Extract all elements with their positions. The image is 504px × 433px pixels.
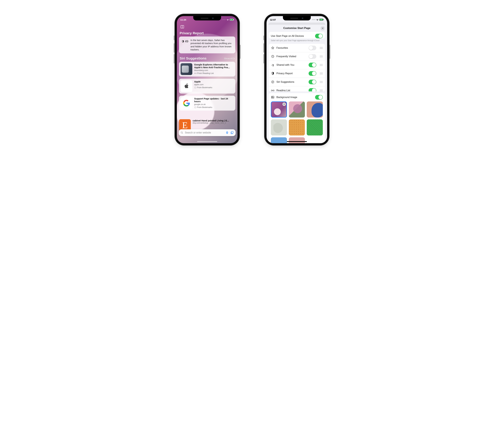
svg-point-5 (181, 132, 183, 133)
svg-rect-6 (227, 131, 228, 133)
reading-list-title: cabinet Hand painted Living | E... (193, 119, 235, 122)
suggestion-title: Apple (194, 80, 234, 83)
privacy-tracker-count: 49 (181, 39, 188, 43)
siri-suggestion-card[interactable]: Apple apple.com From Bookmarks (179, 79, 235, 94)
signal-dots-icon (222, 19, 226, 20)
background-option[interactable] (289, 119, 305, 135)
background-option[interactable]: ✕ (271, 101, 287, 117)
suggestion-source: From Bookmarks (197, 86, 212, 89)
tabs-icon[interactable] (230, 131, 234, 134)
sync-toggle[interactable] (315, 34, 323, 38)
background-option[interactable] (289, 137, 305, 143)
background-grid: ✕ (269, 101, 325, 143)
reorder-handle[interactable] (320, 64, 323, 66)
background-option[interactable] (271, 137, 287, 143)
siri-show-all[interactable]: Show All (224, 57, 235, 60)
status-time: 11:24 (180, 18, 186, 21)
svg-point-13 (273, 64, 273, 65)
section-label: Siri Suggestions (276, 81, 307, 83)
glasses-icon (194, 72, 197, 74)
mute-switch[interactable] (174, 36, 175, 40)
show-all-label: Show All (224, 57, 233, 60)
svg-point-15 (271, 90, 272, 91)
background-card: Background Image ✕ (269, 93, 325, 143)
mute-switch[interactable] (263, 36, 264, 40)
bookmarks-icon[interactable] (180, 25, 184, 29)
shield-half-icon (181, 40, 184, 43)
battery-charging-icon (319, 18, 324, 21)
background-option[interactable] (271, 119, 287, 135)
volume-down[interactable] (174, 54, 175, 63)
volume-up[interactable] (174, 43, 175, 53)
siri-suggestion-card[interactable]: Support Page updates - last 24 hours goo… (179, 96, 235, 111)
background-label: Background Image (276, 96, 313, 99)
suggestion-domain: apple.com (194, 83, 234, 86)
clock-icon (271, 55, 275, 58)
shield-icon (271, 72, 275, 75)
section-row: Privacy Report (269, 69, 325, 78)
power-button[interactable] (240, 45, 241, 59)
home-indicator[interactable] (287, 141, 307, 142)
section-toggle[interactable] (309, 88, 316, 91)
section-row: Frequently Visited (269, 52, 325, 61)
sync-label: Use Start Page on All Devices (271, 35, 313, 37)
section-toggle[interactable] (309, 46, 316, 50)
section-row: Reading List (269, 86, 325, 91)
compass-icon (271, 80, 275, 84)
status-right (222, 18, 234, 21)
wifi-icon (226, 18, 229, 21)
svg-point-12 (272, 64, 272, 65)
notch (193, 16, 221, 20)
reorder-handle[interactable] (320, 72, 323, 74)
section-toggle[interactable] (309, 63, 316, 67)
search-placeholder: Search or enter website (185, 131, 224, 134)
section-toggle[interactable] (309, 54, 316, 59)
volume-down[interactable] (263, 54, 264, 63)
reorder-handle[interactable] (320, 47, 323, 49)
volume-up[interactable] (263, 43, 264, 53)
customise-sheet: Customise Start Page Use Start Page on A… (267, 25, 327, 143)
battery-charging-icon (230, 18, 234, 21)
background-toggle[interactable] (315, 95, 323, 99)
power-button[interactable] (329, 45, 330, 59)
apple-logo-icon (183, 82, 190, 90)
svg-point-18 (272, 97, 272, 97)
section-toggle[interactable] (309, 80, 316, 84)
section-toggle[interactable] (309, 71, 316, 76)
suggestion-title: Google Explores Alternative to Apple's N… (194, 63, 234, 69)
sync-card: Use Start Page on All Devices (269, 32, 325, 38)
section-label: Shared with You (276, 63, 307, 66)
svg-rect-7 (231, 131, 233, 133)
background-option[interactable] (307, 101, 323, 117)
suggestion-source: From Bookmarks (197, 106, 212, 108)
remove-bg-button[interactable]: ✕ (282, 102, 286, 106)
address-bar[interactable]: Search or enter website (179, 129, 236, 136)
chevron-right-icon (234, 57, 235, 59)
close-icon (322, 27, 324, 29)
svg-point-4 (196, 73, 197, 74)
reorder-handle[interactable] (320, 81, 323, 83)
search-icon (180, 131, 183, 134)
glasses-icon (271, 89, 275, 91)
svg-point-16 (273, 90, 274, 91)
microphone-icon[interactable] (225, 131, 229, 134)
reorder-handle[interactable] (320, 90, 323, 91)
status-time: 12:07 (270, 18, 276, 21)
siri-suggestion-card[interactable]: Google Explores Alternative to Apple's N… (179, 62, 235, 77)
google-logo-icon (183, 99, 190, 107)
star-icon (271, 46, 275, 50)
section-label: Favourites (276, 46, 307, 49)
background-option[interactable] (307, 119, 323, 135)
sections-card: FavouritesFrequently VisitedShared with … (269, 44, 325, 91)
phone-right: 12:07 Customise Start Page Use Start Pag… (264, 14, 329, 145)
close-button[interactable] (320, 26, 325, 31)
suggestion-domain: google.co.uk (194, 103, 234, 106)
background-option[interactable] (289, 101, 305, 117)
privacy-report-label: Privacy Report (180, 31, 204, 35)
privacy-report-card[interactable]: 49 In the last seven days, Safari has pr… (179, 36, 235, 53)
section-label: Frequently Visited (276, 55, 307, 58)
svg-rect-10 (323, 19, 324, 20)
reorder-handle[interactable] (320, 55, 323, 57)
privacy-report-heading: Privacy Report (179, 30, 235, 36)
home-indicator[interactable] (197, 141, 217, 142)
